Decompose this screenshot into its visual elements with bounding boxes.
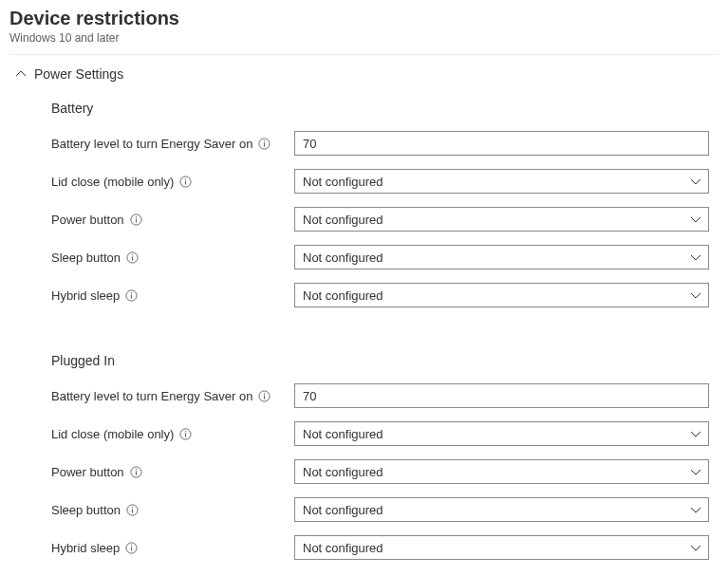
- plugged-lid-close-label: Lid close (mobile only): [51, 427, 294, 441]
- select-value: Not configured: [303, 175, 383, 189]
- plugged-power-button-label: Power button: [51, 465, 294, 479]
- label-text: Battery level to turn Energy Saver on: [51, 137, 252, 151]
- info-icon[interactable]: [258, 138, 271, 150]
- svg-point-7: [135, 216, 136, 217]
- label-text: Hybrid sleep: [51, 541, 120, 555]
- label-text: Battery level to turn Energy Saver on: [51, 389, 252, 403]
- svg-rect-2: [264, 142, 265, 146]
- svg-point-16: [264, 393, 265, 394]
- battery-sleep-button-select[interactable]: Not configured: [294, 245, 709, 269]
- battery-hybrid-sleep-select[interactable]: Not configured: [294, 283, 709, 307]
- battery-power-button-select[interactable]: Not configured: [294, 207, 709, 232]
- battery-lid-close-row: Lid close (mobile only) Not configured: [51, 169, 709, 194]
- svg-point-19: [185, 431, 186, 432]
- select-value: Not configured: [303, 213, 383, 227]
- select-value: Not configured: [303, 251, 383, 265]
- chevron-up-icon: [15, 68, 27, 80]
- svg-rect-14: [131, 294, 132, 298]
- plugged-hybrid-sleep-row: Hybrid sleep Not configured: [51, 535, 709, 560]
- svg-point-25: [132, 507, 133, 508]
- svg-point-4: [185, 178, 186, 179]
- label-text: Sleep button: [51, 503, 121, 517]
- select-value: Not configured: [303, 465, 383, 479]
- plugged-sleep-button-select[interactable]: Not configured: [294, 497, 709, 522]
- svg-rect-11: [132, 256, 133, 260]
- info-icon[interactable]: [130, 214, 142, 226]
- select-value: Not configured: [303, 541, 383, 555]
- info-icon[interactable]: [125, 289, 138, 302]
- label-text: Sleep button: [51, 251, 121, 265]
- label-text: Power button: [51, 465, 124, 479]
- svg-rect-29: [131, 547, 132, 550]
- battery-heading: Battery: [51, 101, 709, 116]
- page-subtitle: Windows 10 and later: [9, 31, 719, 45]
- divider: [9, 54, 719, 55]
- info-icon[interactable]: [130, 466, 142, 478]
- plugged-hybrid-sleep-label: Hybrid sleep: [51, 541, 294, 555]
- info-icon[interactable]: [126, 251, 139, 264]
- svg-rect-8: [136, 218, 137, 222]
- plugged-lid-close-row: Lid close (mobile only) Not configured: [51, 421, 709, 446]
- select-value: Not configured: [303, 288, 383, 303]
- plugged-power-button-select[interactable]: Not configured: [294, 459, 709, 484]
- battery-hybrid-sleep-row: Hybrid sleep Not configured: [51, 283, 709, 307]
- plugged-sleep-button-label: Sleep button: [51, 503, 294, 517]
- plugged-heading: Plugged In: [51, 353, 709, 368]
- svg-point-22: [135, 469, 136, 470]
- svg-rect-5: [185, 180, 186, 184]
- select-value: Not configured: [303, 503, 383, 517]
- svg-point-1: [264, 140, 265, 141]
- battery-hybrid-sleep-label: Hybrid sleep: [51, 288, 294, 303]
- plugged-power-button-row: Power button Not configured: [51, 459, 709, 484]
- battery-energy-saver-label: Battery level to turn Energy Saver on: [51, 137, 294, 151]
- label-text: Hybrid sleep: [51, 288, 120, 303]
- svg-rect-23: [136, 471, 137, 474]
- label-text: Lid close (mobile only): [51, 175, 174, 189]
- plugged-energy-saver-row: Battery level to turn Energy Saver on: [51, 383, 709, 408]
- plugged-sleep-button-row: Sleep button Not configured: [51, 497, 709, 522]
- info-icon[interactable]: [126, 504, 139, 516]
- plugged-hybrid-sleep-select[interactable]: Not configured: [294, 535, 709, 560]
- battery-lid-close-select[interactable]: Not configured: [294, 169, 709, 194]
- section-body: Battery Battery level to turn Energy Sav…: [9, 101, 719, 560]
- battery-lid-close-label: Lid close (mobile only): [51, 175, 294, 189]
- svg-rect-17: [264, 395, 265, 399]
- info-icon[interactable]: [258, 390, 271, 402]
- battery-energy-saver-input[interactable]: [294, 131, 709, 156]
- select-value: Not configured: [303, 427, 383, 441]
- label-text: Lid close (mobile only): [51, 427, 174, 441]
- svg-point-28: [131, 545, 132, 546]
- page-title: Device restrictions: [9, 8, 719, 29]
- svg-rect-26: [132, 509, 133, 512]
- battery-sleep-button-row: Sleep button Not configured: [51, 245, 709, 269]
- info-icon[interactable]: [179, 176, 192, 188]
- battery-power-button-label: Power button: [51, 213, 294, 227]
- svg-rect-20: [185, 433, 186, 437]
- plugged-lid-close-select[interactable]: Not configured: [294, 421, 709, 446]
- battery-energy-saver-row: Battery level to turn Energy Saver on: [51, 131, 709, 156]
- plugged-energy-saver-input[interactable]: [294, 383, 709, 408]
- battery-power-button-row: Power button Not configured: [51, 207, 709, 232]
- battery-sleep-button-label: Sleep button: [51, 251, 294, 265]
- info-icon[interactable]: [179, 428, 192, 440]
- plugged-energy-saver-label: Battery level to turn Energy Saver on: [51, 389, 294, 403]
- info-icon[interactable]: [125, 542, 138, 554]
- label-text: Power button: [51, 213, 124, 227]
- svg-point-10: [132, 254, 133, 255]
- svg-point-13: [131, 292, 132, 293]
- section-toggle[interactable]: Power Settings: [9, 63, 719, 85]
- section-title: Power Settings: [34, 66, 123, 82]
